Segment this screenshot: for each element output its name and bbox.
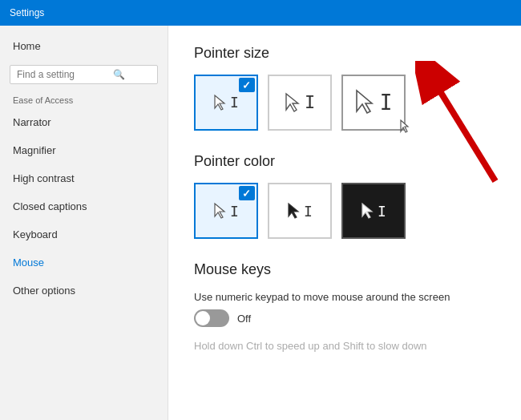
main-content: Pointer size I ✓ [168, 26, 521, 420]
cursor-icon-color-black: I [287, 202, 313, 220]
cursor-icon-medium: I [285, 92, 315, 114]
pointer-size-small[interactable]: I ✓ [194, 75, 258, 131]
pointer-size-medium[interactable]: I [268, 75, 332, 131]
sidebar-item-keyboard[interactable]: Keyboard [0, 220, 168, 248]
cursor-icon-color-custom: I [361, 202, 386, 220]
mouse-keys-toggle-label: Off [237, 313, 251, 325]
title-bar-text: Settings [10, 7, 44, 18]
pointer-size-large[interactable]: I [341, 75, 406, 131]
pointer-color-white[interactable]: I ✓ [194, 183, 258, 239]
hover-cursor-indicator [399, 119, 410, 137]
mouse-keys-section: Mouse keys Use numeric keypad to move mo… [194, 261, 495, 352]
sidebar-item-narrator[interactable]: Narrator [0, 108, 168, 136]
search-input[interactable] [17, 69, 113, 80]
sidebar-item-home[interactable]: Home [0, 32, 168, 60]
sidebar-item-high-contrast[interactable]: High contrast [0, 164, 168, 192]
svg-line-1 [431, 77, 495, 181]
pointer-size-title: Pointer size [194, 45, 495, 62]
sidebar-item-mouse[interactable]: Mouse [0, 248, 168, 277]
cursor-icon-large: I [355, 89, 393, 116]
mouse-keys-toggle-container: Off [194, 309, 495, 327]
cursor-icon-small: I [213, 94, 239, 111]
sidebar-item-closed-captions[interactable]: Closed captions [0, 192, 168, 220]
mouse-keys-toggle[interactable] [194, 309, 229, 327]
red-arrow-annotation [415, 61, 503, 192]
sidebar-item-magnifier[interactable]: Magnifier [0, 136, 168, 164]
mouse-keys-title: Mouse keys [194, 261, 495, 278]
cursor-icon-color-white: I [213, 202, 239, 220]
sidebar-item-other-options[interactable]: Other options [0, 277, 168, 305]
pointer-color-black[interactable]: I [268, 183, 332, 239]
pointer-size-section: Pointer size I ✓ [194, 45, 495, 131]
hold-down-text: Hold down Ctrl to speed up and Shift to … [194, 340, 495, 352]
mouse-keys-description: Use numeric keypad to move mouse around … [194, 291, 466, 303]
pointer-color-custom[interactable]: I [341, 183, 406, 239]
sidebar: Home 🔍 Ease of Access Narrator Magnifier… [0, 26, 168, 420]
sidebar-section-header: Ease of Access [0, 89, 168, 108]
title-bar: Settings [0, 0, 521, 26]
app-container: Home 🔍 Ease of Access Narrator Magnifier… [0, 26, 521, 420]
search-icon: 🔍 [113, 69, 125, 80]
